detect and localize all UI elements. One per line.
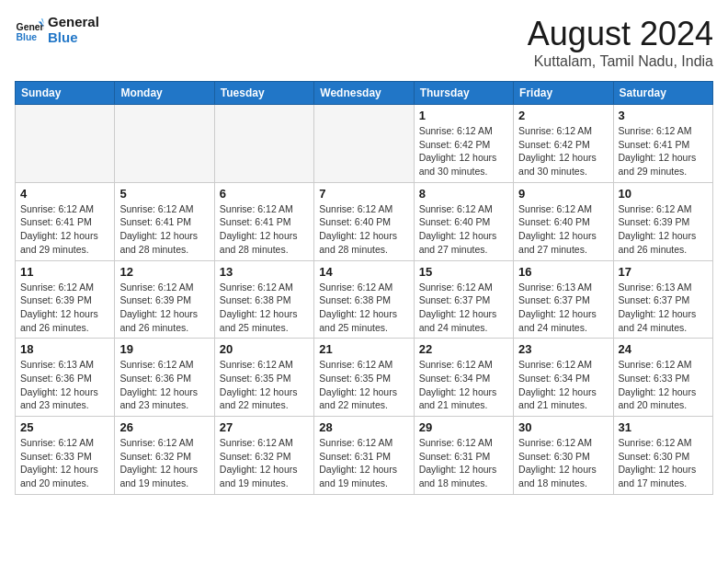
- day-info: Sunrise: 6:12 AM Sunset: 6:30 PM Dayligh…: [518, 436, 608, 490]
- day-info: Sunrise: 6:12 AM Sunset: 6:38 PM Dayligh…: [220, 281, 309, 335]
- day-number: 10: [619, 187, 708, 201]
- calendar-cell: 29Sunrise: 6:12 AM Sunset: 6:31 PM Dayli…: [414, 417, 513, 495]
- day-info: Sunrise: 6:12 AM Sunset: 6:36 PM Dayligh…: [119, 358, 209, 412]
- day-info: Sunrise: 6:12 AM Sunset: 6:31 PM Dayligh…: [419, 436, 508, 490]
- calendar-cell: 3Sunrise: 6:12 AM Sunset: 6:41 PM Daylig…: [613, 105, 712, 183]
- day-info: Sunrise: 6:12 AM Sunset: 6:32 PM Dayligh…: [220, 436, 309, 490]
- day-info: Sunrise: 6:12 AM Sunset: 6:37 PM Dayligh…: [419, 281, 508, 335]
- day-number: 21: [319, 342, 408, 356]
- day-number: 3: [619, 109, 708, 122]
- calendar-cell: 22Sunrise: 6:12 AM Sunset: 6:34 PM Dayli…: [414, 339, 513, 417]
- logo: General Blue General Blue: [15, 15, 99, 45]
- calendar-cell: 9Sunrise: 6:12 AM Sunset: 6:40 PM Daylig…: [514, 182, 613, 260]
- calendar-cell: 26Sunrise: 6:12 AM Sunset: 6:32 PM Dayli…: [115, 417, 214, 495]
- day-number: 26: [119, 420, 209, 434]
- calendar-cell: 24Sunrise: 6:12 AM Sunset: 6:33 PM Dayli…: [613, 339, 712, 417]
- day-info: Sunrise: 6:12 AM Sunset: 6:41 PM Dayligh…: [220, 202, 309, 257]
- day-number: 5: [119, 187, 209, 201]
- day-number: 23: [518, 342, 608, 356]
- weekday-header-thursday: Thursday: [414, 82, 513, 105]
- day-info: Sunrise: 6:12 AM Sunset: 6:35 PM Dayligh…: [220, 358, 309, 412]
- calendar-cell: 13Sunrise: 6:12 AM Sunset: 6:38 PM Dayli…: [214, 260, 313, 339]
- month-title: August 2024: [528, 15, 713, 53]
- day-number: 2: [518, 109, 608, 122]
- calendar-cell: 14Sunrise: 6:12 AM Sunset: 6:38 PM Dayli…: [314, 260, 414, 339]
- calendar-cell: 17Sunrise: 6:13 AM Sunset: 6:37 PM Dayli…: [613, 260, 712, 339]
- location: Kuttalam, Tamil Nadu, India: [528, 53, 713, 70]
- day-info: Sunrise: 6:12 AM Sunset: 6:31 PM Dayligh…: [319, 436, 408, 490]
- calendar-cell: [115, 105, 214, 183]
- day-number: 19: [119, 342, 209, 356]
- weekday-header-row: SundayMondayTuesdayWednesdayThursdayFrid…: [16, 82, 713, 105]
- day-info: Sunrise: 6:12 AM Sunset: 6:41 PM Dayligh…: [20, 202, 109, 257]
- title-block: August 2024 Kuttalam, Tamil Nadu, India: [528, 15, 713, 70]
- day-number: 22: [419, 342, 508, 356]
- weekday-header-saturday: Saturday: [613, 82, 712, 105]
- calendar-cell: 1Sunrise: 6:12 AM Sunset: 6:42 PM Daylig…: [414, 105, 513, 183]
- calendar-cell: [314, 105, 414, 183]
- day-info: Sunrise: 6:12 AM Sunset: 6:34 PM Dayligh…: [419, 358, 508, 412]
- calendar-cell: [16, 105, 115, 183]
- calendar-cell: 18Sunrise: 6:13 AM Sunset: 6:36 PM Dayli…: [16, 339, 115, 417]
- calendar-cell: 6Sunrise: 6:12 AM Sunset: 6:41 PM Daylig…: [214, 182, 313, 260]
- day-number: 13: [220, 265, 309, 279]
- weekday-header-friday: Friday: [514, 82, 613, 105]
- day-info: Sunrise: 6:13 AM Sunset: 6:37 PM Dayligh…: [619, 281, 708, 335]
- svg-text:Blue: Blue: [17, 32, 38, 42]
- day-number: 30: [518, 420, 608, 434]
- calendar-cell: 10Sunrise: 6:12 AM Sunset: 6:39 PM Dayli…: [613, 182, 712, 260]
- calendar-cell: [214, 105, 313, 183]
- day-info: Sunrise: 6:12 AM Sunset: 6:34 PM Dayligh…: [518, 358, 608, 412]
- day-info: Sunrise: 6:12 AM Sunset: 6:33 PM Dayligh…: [619, 358, 708, 412]
- day-number: 20: [220, 342, 309, 356]
- calendar-cell: 27Sunrise: 6:12 AM Sunset: 6:32 PM Dayli…: [214, 417, 313, 495]
- calendar-cell: 25Sunrise: 6:12 AM Sunset: 6:33 PM Dayli…: [16, 417, 115, 495]
- day-number: 28: [319, 420, 408, 434]
- day-info: Sunrise: 6:12 AM Sunset: 6:38 PM Dayligh…: [319, 281, 408, 335]
- calendar-cell: 7Sunrise: 6:12 AM Sunset: 6:40 PM Daylig…: [314, 182, 414, 260]
- day-info: Sunrise: 6:12 AM Sunset: 6:30 PM Dayligh…: [619, 436, 708, 490]
- calendar-cell: 21Sunrise: 6:12 AM Sunset: 6:35 PM Dayli…: [314, 339, 414, 417]
- day-number: 17: [619, 265, 708, 279]
- day-info: Sunrise: 6:12 AM Sunset: 6:39 PM Dayligh…: [20, 281, 109, 335]
- svg-text:General: General: [17, 22, 44, 32]
- day-info: Sunrise: 6:12 AM Sunset: 6:40 PM Dayligh…: [518, 202, 608, 257]
- day-info: Sunrise: 6:12 AM Sunset: 6:39 PM Dayligh…: [619, 202, 708, 257]
- weekday-header-monday: Monday: [115, 82, 214, 105]
- day-number: 7: [319, 187, 408, 201]
- calendar-cell: 5Sunrise: 6:12 AM Sunset: 6:41 PM Daylig…: [115, 182, 214, 260]
- day-number: 6: [220, 187, 309, 201]
- page-header: General Blue General Blue August 2024 Ku…: [15, 15, 713, 70]
- day-info: Sunrise: 6:12 AM Sunset: 6:41 PM Dayligh…: [119, 202, 209, 257]
- day-number: 9: [518, 187, 608, 201]
- day-number: 31: [619, 420, 708, 434]
- day-number: 29: [419, 420, 508, 434]
- week-row-1: 1Sunrise: 6:12 AM Sunset: 6:42 PM Daylig…: [16, 105, 713, 183]
- calendar-cell: 11Sunrise: 6:12 AM Sunset: 6:39 PM Dayli…: [16, 260, 115, 339]
- weekday-header-tuesday: Tuesday: [214, 82, 313, 105]
- calendar-cell: 23Sunrise: 6:12 AM Sunset: 6:34 PM Dayli…: [514, 339, 613, 417]
- calendar-table: SundayMondayTuesdayWednesdayThursdayFrid…: [15, 81, 713, 495]
- day-info: Sunrise: 6:12 AM Sunset: 6:42 PM Dayligh…: [518, 124, 608, 178]
- calendar-cell: 4Sunrise: 6:12 AM Sunset: 6:41 PM Daylig…: [16, 182, 115, 260]
- day-info: Sunrise: 6:12 AM Sunset: 6:40 PM Dayligh…: [419, 202, 508, 257]
- logo-icon: General Blue: [15, 16, 44, 45]
- day-info: Sunrise: 6:12 AM Sunset: 6:40 PM Dayligh…: [319, 202, 408, 257]
- day-info: Sunrise: 6:13 AM Sunset: 6:36 PM Dayligh…: [20, 358, 109, 412]
- week-row-3: 11Sunrise: 6:12 AM Sunset: 6:39 PM Dayli…: [16, 260, 713, 339]
- day-number: 25: [20, 420, 109, 434]
- week-row-2: 4Sunrise: 6:12 AM Sunset: 6:41 PM Daylig…: [16, 182, 713, 260]
- day-number: 18: [20, 342, 109, 356]
- day-number: 24: [619, 342, 708, 356]
- week-row-5: 25Sunrise: 6:12 AM Sunset: 6:33 PM Dayli…: [16, 417, 713, 495]
- day-info: Sunrise: 6:12 AM Sunset: 6:33 PM Dayligh…: [20, 436, 109, 490]
- day-number: 27: [220, 420, 309, 434]
- day-number: 11: [20, 265, 109, 279]
- weekday-header-sunday: Sunday: [16, 82, 115, 105]
- day-info: Sunrise: 6:13 AM Sunset: 6:37 PM Dayligh…: [518, 281, 608, 335]
- day-info: Sunrise: 6:12 AM Sunset: 6:39 PM Dayligh…: [119, 281, 209, 335]
- day-info: Sunrise: 6:12 AM Sunset: 6:42 PM Dayligh…: [419, 124, 508, 178]
- calendar-cell: 20Sunrise: 6:12 AM Sunset: 6:35 PM Dayli…: [214, 339, 313, 417]
- calendar-cell: 30Sunrise: 6:12 AM Sunset: 6:30 PM Dayli…: [514, 417, 613, 495]
- day-number: 8: [419, 187, 508, 201]
